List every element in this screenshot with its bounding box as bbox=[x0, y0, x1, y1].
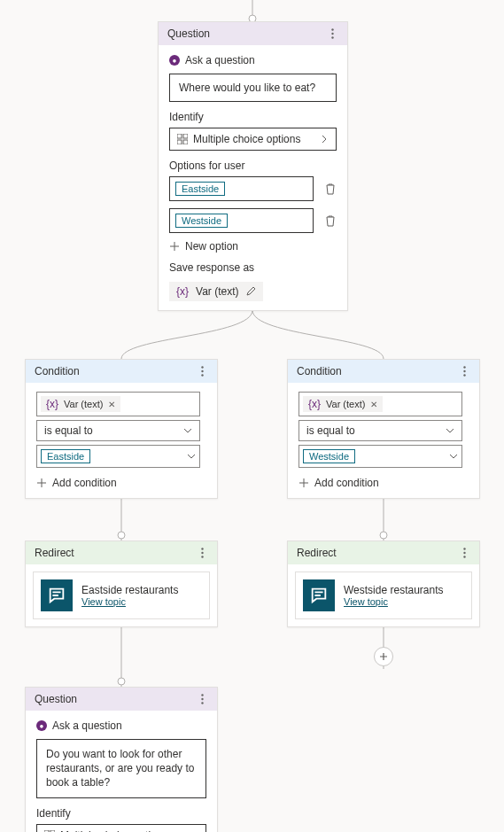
option-row: Eastside bbox=[169, 176, 337, 201]
trash-icon[interactable] bbox=[324, 183, 337, 195]
options-label: Options for user bbox=[169, 159, 337, 172]
node-title: Redirect bbox=[35, 547, 74, 559]
add-condition-button[interactable]: Add condition bbox=[299, 477, 469, 489]
option-input[interactable]: Westside bbox=[169, 208, 314, 233]
ask-question-row: ● Ask a question bbox=[169, 54, 337, 66]
operator-select[interactable]: is equal to bbox=[299, 420, 462, 441]
node-title: Question bbox=[35, 693, 77, 705]
variable-brace-icon: {x} bbox=[176, 285, 189, 298]
new-option-button[interactable]: New option bbox=[169, 240, 337, 253]
close-icon[interactable]: ✕ bbox=[108, 400, 115, 409]
option-input[interactable]: Eastside bbox=[169, 176, 314, 201]
svg-point-25 bbox=[463, 548, 465, 549]
svg-point-17 bbox=[201, 370, 203, 372]
question-node: Question ● Ask a question Do you want to… bbox=[25, 687, 218, 832]
svg-point-20 bbox=[463, 370, 465, 372]
redirect-node: Redirect Westside restaurants View topic bbox=[287, 540, 480, 627]
condition-node: Condition {x} Var (text) ✕ is equal to W… bbox=[287, 359, 480, 499]
plus-icon bbox=[299, 478, 309, 488]
svg-point-7 bbox=[118, 678, 125, 685]
svg-point-9 bbox=[331, 28, 333, 30]
value-select[interactable]: Westside bbox=[299, 445, 462, 468]
option-chip: Westside bbox=[175, 214, 228, 228]
more-icon[interactable] bbox=[458, 365, 470, 377]
svg-rect-15 bbox=[183, 140, 188, 144]
svg-point-26 bbox=[463, 552, 465, 554]
identify-label: Identify bbox=[169, 111, 337, 123]
more-icon[interactable] bbox=[196, 693, 208, 705]
redirect-body: Westside restaurants View topic bbox=[295, 572, 472, 619]
more-icon[interactable] bbox=[458, 547, 470, 559]
more-icon[interactable] bbox=[326, 27, 338, 40]
chevron-down-icon bbox=[183, 426, 192, 435]
identify-label: Identify bbox=[36, 807, 206, 820]
redirect-topic: Westside restaurants bbox=[344, 584, 444, 596]
option-chip: Eastside bbox=[175, 182, 225, 196]
trash-icon[interactable] bbox=[324, 214, 337, 227]
more-icon[interactable] bbox=[196, 365, 208, 377]
svg-point-10 bbox=[331, 33, 333, 35]
variable-brace-icon: {x} bbox=[46, 398, 58, 410]
question-text-input[interactable]: Do you want to look for other restaurant… bbox=[36, 739, 206, 798]
svg-point-27 bbox=[463, 556, 465, 557]
svg-point-16 bbox=[201, 366, 203, 368]
option-row: Westside bbox=[169, 208, 337, 233]
svg-rect-12 bbox=[177, 134, 182, 138]
node-title: Question bbox=[167, 27, 210, 40]
svg-point-18 bbox=[201, 374, 203, 376]
variable-brace-icon: {x} bbox=[308, 398, 321, 410]
node-header-question: Question bbox=[26, 688, 217, 711]
svg-point-22 bbox=[201, 548, 203, 549]
node-header-redirect: Redirect bbox=[26, 541, 217, 564]
node-title: Redirect bbox=[297, 547, 337, 559]
plus-icon bbox=[169, 241, 180, 252]
node-title: Condition bbox=[297, 365, 342, 377]
chat-redirect-icon bbox=[303, 579, 335, 611]
ask-question-icon: ● bbox=[36, 720, 47, 731]
svg-point-21 bbox=[463, 374, 465, 376]
svg-point-11 bbox=[331, 36, 333, 38]
ask-question-icon: ● bbox=[169, 55, 180, 66]
view-topic-link[interactable]: View topic bbox=[81, 596, 178, 607]
operator-select[interactable]: is equal to bbox=[36, 420, 200, 441]
identify-select[interactable]: Multiple choice options bbox=[36, 824, 206, 832]
chevron-down-icon bbox=[187, 452, 196, 461]
close-icon[interactable]: ✕ bbox=[370, 400, 377, 409]
multiple-choice-icon bbox=[177, 134, 188, 144]
svg-point-29 bbox=[201, 698, 203, 700]
svg-point-19 bbox=[463, 366, 465, 368]
chevron-right-icon bbox=[320, 135, 329, 144]
svg-point-24 bbox=[201, 556, 203, 557]
value-select[interactable]: Eastside bbox=[36, 445, 200, 468]
node-header-question: Question bbox=[159, 22, 347, 45]
node-title: Condition bbox=[35, 365, 80, 377]
view-topic-link[interactable]: View topic bbox=[344, 596, 444, 607]
svg-point-5 bbox=[380, 532, 387, 539]
add-condition-button[interactable]: Add condition bbox=[36, 477, 206, 489]
identify-select[interactable]: Multiple choice options bbox=[169, 128, 337, 151]
question-text-input[interactable]: Where would you like to eat? bbox=[169, 74, 337, 102]
chevron-down-icon bbox=[449, 452, 458, 461]
save-response-label: Save response as bbox=[169, 261, 337, 274]
svg-point-23 bbox=[201, 552, 203, 554]
svg-rect-13 bbox=[183, 134, 188, 138]
question-node: Question ● Ask a question Where would yo… bbox=[158, 21, 348, 311]
condition-variable-field[interactable]: {x} Var (text) ✕ bbox=[299, 392, 462, 416]
redirect-topic: Eastside restaurants bbox=[81, 584, 178, 596]
chevron-down-icon bbox=[446, 426, 454, 435]
pencil-icon[interactable] bbox=[245, 286, 256, 297]
ask-question-row: ● Ask a question bbox=[36, 719, 206, 732]
variable-chip[interactable]: {x} Var (text) bbox=[169, 282, 263, 301]
redirect-body: Eastside restaurants View topic bbox=[33, 572, 210, 619]
condition-variable-field[interactable]: {x} Var (text) ✕ bbox=[36, 392, 200, 416]
chat-redirect-icon bbox=[41, 579, 73, 611]
node-header-redirect: Redirect bbox=[288, 541, 479, 564]
redirect-node: Redirect Eastside restaurants View topic bbox=[25, 540, 218, 627]
add-node-button[interactable] bbox=[374, 647, 393, 666]
node-header-condition: Condition bbox=[26, 360, 217, 383]
svg-point-3 bbox=[118, 532, 125, 539]
more-icon[interactable] bbox=[196, 547, 208, 559]
svg-rect-14 bbox=[177, 140, 182, 144]
svg-point-28 bbox=[201, 694, 203, 696]
svg-point-30 bbox=[201, 702, 203, 704]
